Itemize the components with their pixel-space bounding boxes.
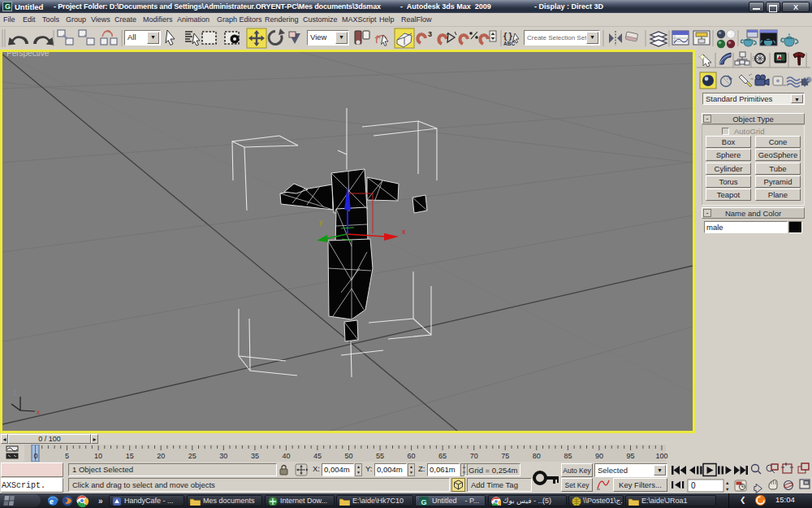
svg-text:0: 0 bbox=[33, 452, 37, 460]
svg-text:25: 25 bbox=[188, 452, 197, 460]
svg-text:z: z bbox=[14, 389, 18, 397]
svg-text:▼: ▼ bbox=[725, 487, 729, 492]
svg-text:75: 75 bbox=[501, 452, 509, 460]
svg-text:100: 100 bbox=[655, 452, 667, 460]
svg-text:5: 5 bbox=[65, 452, 69, 460]
svg-text:65: 65 bbox=[438, 452, 447, 460]
svg-text:G: G bbox=[421, 498, 427, 506]
svg-text:20: 20 bbox=[157, 452, 165, 460]
svg-text:15: 15 bbox=[126, 452, 134, 460]
svg-text:»: » bbox=[98, 497, 103, 506]
svg-text:40: 40 bbox=[282, 452, 290, 460]
svg-text:60: 60 bbox=[408, 452, 416, 460]
svg-text:Perspective: Perspective bbox=[6, 52, 50, 58]
svg-text:y: y bbox=[319, 218, 323, 226]
svg-text:x: x bbox=[37, 408, 41, 416]
svg-text:0: 0 bbox=[691, 481, 696, 490]
svg-text:80: 80 bbox=[533, 452, 541, 460]
svg-text:30: 30 bbox=[219, 452, 227, 460]
svg-text:3: 3 bbox=[428, 30, 432, 38]
svg-text:85: 85 bbox=[564, 452, 572, 460]
svg-text:90: 90 bbox=[595, 452, 603, 460]
svg-text:{ }: { } bbox=[503, 31, 512, 41]
svg-text:95: 95 bbox=[626, 452, 634, 460]
svg-text:35: 35 bbox=[251, 452, 259, 460]
svg-text:70: 70 bbox=[470, 452, 478, 460]
svg-text:x: x bbox=[402, 228, 406, 236]
svg-text:▲: ▲ bbox=[725, 480, 729, 485]
svg-text:50: 50 bbox=[344, 452, 352, 460]
svg-text:55: 55 bbox=[376, 452, 384, 460]
svg-text:10: 10 bbox=[94, 452, 102, 460]
svg-text:45: 45 bbox=[313, 452, 322, 460]
